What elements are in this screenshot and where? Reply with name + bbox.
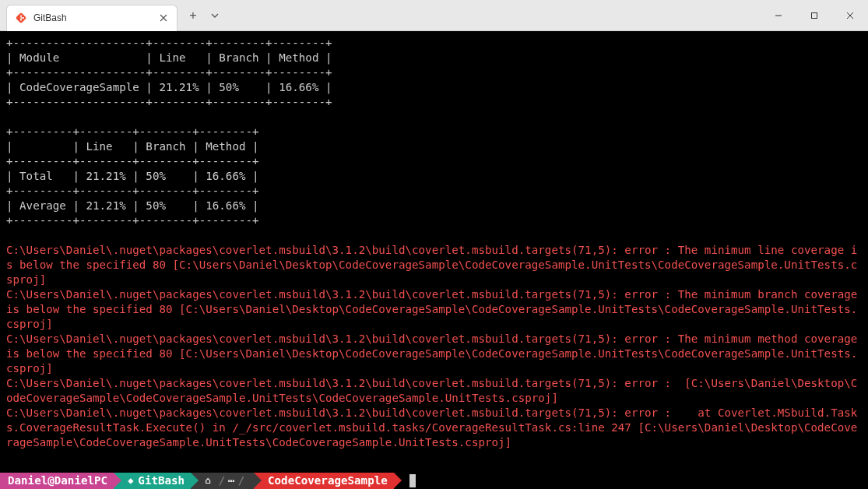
error-line: C:\Users\Daniel\.nuget\packages\coverlet… xyxy=(6,288,864,330)
diamond-icon: ◆ xyxy=(128,473,133,488)
prompt-cwd: CodeCoverageSample xyxy=(254,473,394,489)
tab-dropdown-button[interactable] xyxy=(206,5,224,26)
title-bar: GitBash + xyxy=(0,0,868,31)
tab-title: GitBash xyxy=(33,12,150,23)
prompt-user-host: Daniel@DanielPC xyxy=(0,473,114,489)
git-icon xyxy=(15,12,27,24)
terminal-output[interactable]: +--------------------+--------+--------+… xyxy=(0,31,868,489)
error-line: C:\Users\Daniel\.nuget\packages\coverlet… xyxy=(6,332,864,375)
prompt-bar[interactable]: Daniel@DanielPC ◆GitBash ⌂/⋯/ CodeCovera… xyxy=(0,473,868,489)
error-line: C:\Users\Daniel\.nuget\packages\coverlet… xyxy=(6,406,857,449)
minimize-button[interactable] xyxy=(761,0,796,31)
cursor xyxy=(409,474,416,487)
maximize-button[interactable] xyxy=(796,0,832,31)
error-line: C:\Users\Daniel\.nuget\packages\coverlet… xyxy=(6,377,857,404)
close-window-button[interactable] xyxy=(832,0,868,31)
home-icon: ⌂ xyxy=(205,473,210,488)
tab-gitbash[interactable]: GitBash xyxy=(6,5,177,31)
tab-close-button[interactable] xyxy=(156,10,170,26)
new-tab-button[interactable]: + xyxy=(182,5,204,26)
prompt-path: ⌂/⋯/ xyxy=(191,473,254,489)
coverage-table-summary: +---------+--------+--------+--------+ |… xyxy=(6,125,259,227)
error-line: C:\Users\Daniel\.nuget\packages\coverlet… xyxy=(6,244,857,286)
svg-rect-4 xyxy=(812,13,817,19)
window-controls xyxy=(761,0,868,31)
coverage-table-module: +--------------------+--------+--------+… xyxy=(6,37,332,108)
prompt-shell: ◆GitBash xyxy=(114,473,191,489)
